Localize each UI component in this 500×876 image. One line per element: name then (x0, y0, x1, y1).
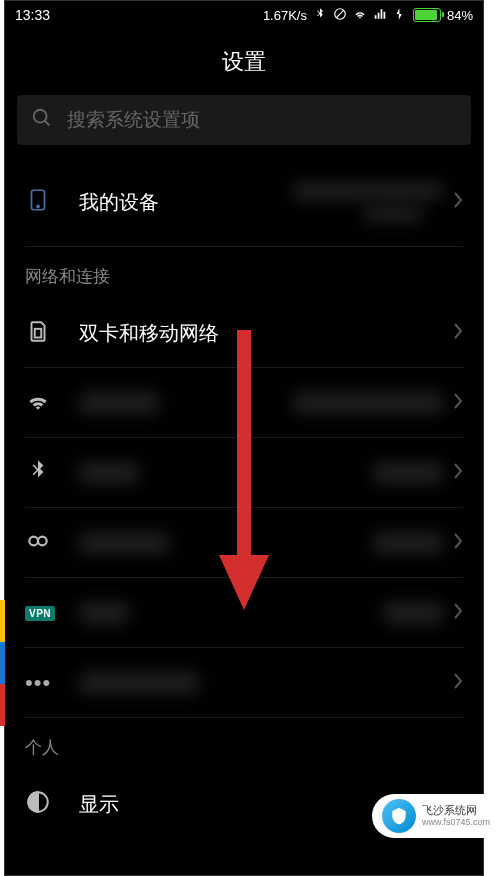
chevron-right-icon (453, 462, 463, 484)
watermark-title: 飞沙系统网 (422, 804, 490, 817)
bluetooth-icon (25, 458, 51, 488)
page-title: 设置 (5, 29, 483, 95)
watermark-logo-icon (382, 799, 416, 833)
chevron-right-icon (453, 322, 463, 344)
sim-icon (25, 318, 51, 348)
list-item-wifi[interactable] (5, 368, 483, 438)
battery-percent: 84% (447, 8, 473, 23)
bluetooth-icon (313, 7, 327, 24)
wifi-icon (353, 7, 367, 24)
chevron-right-icon (453, 392, 463, 414)
network-speed: 1.67K/s (263, 8, 307, 23)
chevron-right-icon (453, 602, 463, 624)
svg-rect-6 (35, 329, 42, 338)
watermark: 飞沙系统网 www.fs0745.com (372, 794, 496, 838)
hotspot-icon (25, 528, 51, 558)
wifi-icon (25, 388, 51, 418)
list-item-hotspot[interactable] (5, 508, 483, 578)
svg-point-8 (38, 537, 47, 546)
device-icon (25, 187, 51, 217)
list-item-bluetooth[interactable] (5, 438, 483, 508)
chevron-right-icon (453, 532, 463, 554)
svg-point-2 (34, 110, 47, 123)
list-item-more[interactable]: ••• (5, 648, 483, 718)
list-item-vpn[interactable]: VPN (5, 578, 483, 648)
sim-label: 双卡和移动网络 (79, 320, 453, 347)
chevron-right-icon (453, 191, 463, 213)
status-bar: 13:33 1.67K/s 84% (5, 1, 483, 29)
section-network: 网络和连接 (5, 247, 483, 298)
search-input[interactable] (67, 109, 457, 131)
svg-line-1 (336, 9, 344, 17)
dnd-icon (333, 7, 347, 24)
battery-icon (413, 8, 441, 22)
more-icon: ••• (25, 670, 51, 696)
search-icon (31, 107, 53, 133)
chevron-right-icon (453, 672, 463, 694)
svg-point-7 (29, 537, 38, 546)
list-item-my-device[interactable]: 我的设备 (5, 157, 483, 247)
vpn-icon: VPN (25, 606, 55, 621)
svg-point-5 (37, 205, 39, 207)
list-item-sim[interactable]: 双卡和移动网络 (5, 298, 483, 368)
charging-icon (393, 7, 407, 24)
display-icon (25, 789, 51, 819)
device-label: 我的设备 (79, 189, 293, 216)
section-personal: 个人 (5, 718, 483, 769)
search-bar[interactable] (17, 95, 471, 145)
signal-icon (373, 7, 387, 24)
svg-line-3 (45, 121, 50, 126)
status-time: 13:33 (15, 7, 263, 23)
watermark-url: www.fs0745.com (422, 817, 490, 828)
